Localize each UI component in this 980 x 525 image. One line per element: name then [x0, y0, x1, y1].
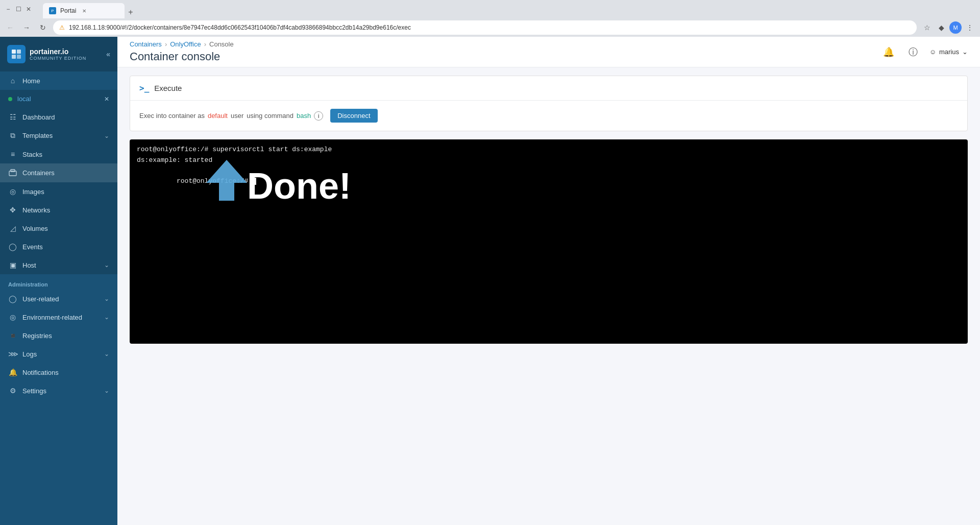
local-close-button[interactable]: ✕ [104, 96, 109, 103]
terminal[interactable]: root@onlyoffice:/# supervisorctl start d… [130, 139, 968, 344]
networks-icon: ✥ [8, 206, 17, 214]
app-container: portainer.io Community Edition « ⌂ Home … [0, 37, 980, 525]
sidebar-item-volumes-label: Volumes [22, 225, 48, 232]
local-section: local ✕ ☷ Dashboard ⧉ Templates ⌄ ≡ Stac… [0, 90, 117, 274]
events-icon: ◯ [8, 243, 17, 251]
sidebar-item-notifications-label: Notifications [22, 369, 59, 376]
breadcrumb-containers-link[interactable]: Containers [130, 40, 162, 48]
sidebar: portainer.io Community Edition « ⌂ Home … [0, 37, 117, 525]
tab-favicon: P [49, 7, 56, 14]
window-controls: − ☐ ✕ [4, 5, 33, 13]
done-text: Done! [247, 165, 351, 207]
breadcrumb-sep-1: › [165, 40, 167, 48]
sidebar-item-host-label: Host [22, 261, 36, 269]
disconnect-button[interactable]: Disconnect [330, 109, 377, 123]
notification-button[interactable]: 🔔 [880, 44, 897, 60]
notifications-icon: 🔔 [8, 368, 17, 376]
sidebar-item-containers-label: Containers [22, 169, 55, 177]
collapse-sidebar-button[interactable]: « [106, 50, 110, 58]
execute-header: >_ Execute [130, 76, 967, 101]
content-area: >_ Execute Exec into container as defaul… [117, 67, 980, 525]
sidebar-item-home[interactable]: ⌂ Home [0, 71, 117, 90]
top-bar: Containers › OnlyOffice › Console Contai… [117, 37, 980, 67]
browser-chrome: − ☐ ✕ P Portai ✕ + ← → ↻ ⚠ 192.168.1.18:… [0, 0, 980, 37]
sidebar-item-templates[interactable]: ⧉ Templates ⌄ [0, 126, 117, 145]
execute-body: Exec into container as default user usin… [130, 101, 967, 131]
sidebar-item-settings[interactable]: ⚙ Settings ⌄ [0, 381, 117, 400]
new-tab-button[interactable]: + [125, 6, 137, 18]
user-related-expand-icon: ⌄ [104, 295, 109, 302]
sidebar-item-containers[interactable]: Containers [0, 163, 117, 182]
svg-rect-0 [12, 50, 16, 54]
top-bar-actions: 🔔 ⓘ ☺ marius ⌄ [880, 44, 968, 60]
sidebar-item-logs[interactable]: ⋙ Logs ⌄ [0, 345, 117, 363]
sidebar-item-notifications[interactable]: 🔔 Notifications [0, 363, 117, 381]
sidebar-item-networks[interactable]: ✥ Networks [0, 201, 117, 219]
local-status-dot [8, 97, 12, 101]
sidebar-header: portainer.io Community Edition « [0, 37, 117, 71]
sidebar-item-settings-label: Settings [22, 387, 46, 395]
terminal-line-1: root@onlyoffice:/# supervisorctl start d… [137, 145, 961, 155]
breadcrumb-current: Console [209, 40, 234, 48]
images-icon: ◎ [8, 187, 17, 196]
user-related-icon: ◯ [8, 295, 17, 303]
extensions-button[interactable]: ◆ [935, 21, 947, 34]
svg-marker-6 [206, 160, 247, 201]
minimize-button[interactable]: − [4, 5, 12, 13]
restore-button[interactable]: ☐ [14, 5, 22, 13]
close-button[interactable]: ✕ [24, 5, 33, 13]
environment-related-icon: ◎ [8, 313, 17, 321]
exec-command-value: bash [297, 112, 311, 120]
execute-chevron-icon: >_ [139, 83, 149, 93]
help-button[interactable]: ⓘ [905, 44, 921, 60]
logo-sub-text: Community Edition [30, 56, 86, 61]
host-icon: ▣ [8, 261, 17, 269]
sidebar-item-registries[interactable]: ◾ Registries [0, 326, 117, 345]
tab-label: Portai [60, 7, 76, 14]
sidebar-item-events[interactable]: ◯ Events [0, 237, 117, 256]
user-menu[interactable]: ☺ marius ⌄ [929, 48, 968, 56]
sidebar-item-user-related-label: User-related [22, 295, 59, 303]
sidebar-item-user-related[interactable]: ◯ User-related ⌄ [0, 290, 117, 308]
tab-bar: P Portai ✕ + [39, 0, 141, 18]
username: marius [939, 48, 959, 56]
execute-card: >_ Execute Exec into container as defaul… [130, 76, 968, 131]
sidebar-item-home-label: Home [22, 77, 40, 85]
terminal-line-2: ds:example: started [137, 155, 961, 166]
menu-button[interactable]: ⋮ [964, 21, 976, 34]
sidebar-item-networks-label: Networks [22, 206, 50, 214]
sidebar-item-dashboard[interactable]: ☷ Dashboard [0, 108, 117, 126]
sidebar-item-volumes[interactable]: ◿ Volumes [0, 219, 117, 237]
registries-icon: ◾ [8, 331, 17, 340]
sidebar-logo: portainer.io Community Edition [7, 45, 86, 63]
forward-button[interactable]: → [20, 21, 33, 34]
sidebar-item-environment-related[interactable]: ◎ Environment-related ⌄ [0, 308, 117, 326]
back-button[interactable]: ← [4, 21, 16, 34]
main-content: Containers › OnlyOffice › Console Contai… [117, 37, 980, 525]
sidebar-item-registries-label: Registries [22, 332, 52, 340]
reload-button[interactable]: ↻ [37, 21, 49, 34]
profile-avatar[interactable]: M [949, 21, 962, 34]
svg-rect-3 [17, 55, 21, 59]
tab-close-button[interactable]: ✕ [80, 7, 88, 15]
user-icon: ☺ [929, 48, 936, 56]
exec-info-button[interactable]: i [314, 111, 323, 121]
sidebar-item-images[interactable]: ◎ Images [0, 182, 117, 201]
admin-section-title: Administration [0, 274, 117, 290]
title-bar: − ☐ ✕ P Portai ✕ + [0, 0, 980, 18]
bookmark-button[interactable]: ☆ [921, 21, 933, 34]
url-text: 192.168.1.18:9000/#!/2/docker/containers… [69, 24, 411, 31]
address-bar[interactable]: ⚠ 192.168.1.18:9000/#!/2/docker/containe… [53, 20, 917, 35]
breadcrumb-onlyoffice-link[interactable]: OnlyOffice [170, 40, 201, 48]
environment-related-expand-icon: ⌄ [104, 314, 109, 321]
settings-icon: ⚙ [8, 387, 17, 395]
active-tab[interactable]: P Portai ✕ [43, 3, 125, 18]
logo-main-text: portainer.io [30, 47, 86, 56]
sidebar-item-stacks[interactable]: ≡ Stacks [0, 145, 117, 163]
volumes-icon: ◿ [8, 224, 17, 232]
sidebar-item-host[interactable]: ▣ Host ⌄ [0, 256, 117, 274]
exec-prefix-text: Exec into container as [139, 112, 205, 120]
host-expand-icon: ⌄ [104, 261, 109, 269]
security-icon: ⚠ [59, 24, 65, 31]
sidebar-item-events-label: Events [22, 243, 43, 251]
